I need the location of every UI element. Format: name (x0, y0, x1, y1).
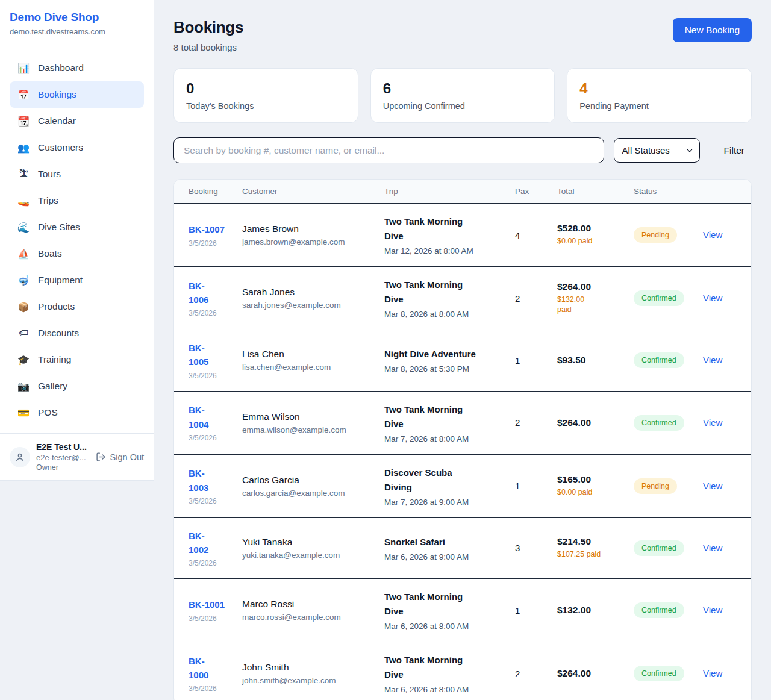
sidebar-item-label: Bookings (38, 89, 76, 100)
sidebar-item-training[interactable]: 🎓 Training (10, 346, 144, 373)
pax-count: 2 (515, 417, 557, 428)
total-amount: $264.00 (557, 281, 628, 292)
booking-number-link[interactable]: BK-1003 (189, 466, 208, 495)
customer-email: sarah.jones@example.com (242, 301, 378, 310)
view-link[interactable]: View (703, 355, 722, 365)
user-icon (14, 452, 25, 463)
paid-amount: $0.00 paid (557, 487, 605, 498)
customer-email: lisa.chen@example.com (242, 363, 378, 372)
boats-icon: ⛵ (17, 248, 30, 260)
sidebar-item-label: Dive Sites (38, 222, 80, 233)
stat-value: 6 (383, 80, 543, 97)
booking-number-link[interactable]: BK-1007 (189, 222, 225, 236)
status-badge: Confirmed (634, 666, 684, 681)
sidebar-item-gallery[interactable]: 📷 Gallery (10, 373, 144, 399)
status-badge: Confirmed (634, 352, 684, 368)
sidebar-item-customers[interactable]: 👥 Customers (10, 134, 144, 161)
new-booking-button[interactable]: New Booking (673, 18, 752, 42)
trip-title: Two Tank Morning Dive (384, 590, 479, 619)
column-header-trip: Trip (384, 187, 515, 196)
stat-value: 0 (186, 80, 346, 97)
stat-card-todays-bookings: 0 Today's Bookings (173, 68, 358, 123)
sidebar-item-label: Tours (38, 169, 61, 180)
view-link[interactable]: View (703, 481, 722, 491)
sidebar-item-label: Equipment (38, 275, 83, 286)
sidebar-item-dashboard[interactable]: 📊 Dashboard (10, 55, 144, 81)
sidebar-item-equipment[interactable]: 🤿 Equipment (10, 267, 144, 293)
sidebar-item-label: Boats (38, 248, 62, 259)
sidebar-item-boats[interactable]: ⛵ Boats (10, 240, 144, 267)
column-header-booking: Booking (174, 187, 242, 196)
sidebar-item-label: Trips (38, 195, 58, 206)
paid-amount: $132.00paid (557, 295, 605, 316)
shop-header: Demo Dive Shop demo.test.divestreams.com (0, 0, 154, 46)
view-link[interactable]: View (703, 605, 722, 615)
view-link[interactable]: View (703, 417, 722, 428)
sidebar-item-bookings[interactable]: 📅 Bookings (10, 81, 144, 108)
table-row: BK-1004 3/5/2026 Emma Wilson emma.wilson… (174, 392, 751, 455)
user-name: E2E Test U... (36, 442, 90, 452)
sidebar-item-label: POS (38, 407, 58, 418)
trip-datetime: Mar 12, 2026 at 8:00 AM (384, 246, 509, 255)
filter-row: All Statuses Filter (173, 137, 752, 163)
user-footer: E2E Test U... e2e-tester@... Owner Sign … (0, 433, 154, 480)
sidebar-item-calendar[interactable]: 📆 Calendar (10, 108, 144, 134)
booking-number-link[interactable]: BK-1006 (189, 279, 208, 307)
booking-number-link[interactable]: BK-1000 (189, 654, 208, 683)
pax-count: 2 (515, 293, 557, 304)
sidebar-item-label: Calendar (38, 116, 76, 127)
status-select[interactable]: All Statuses (614, 139, 699, 162)
customer-name: Carlos Garcia (242, 475, 378, 486)
tours-icon: 🏝 (17, 169, 30, 180)
products-icon: 📦 (17, 301, 30, 313)
stat-label: Pending Payment (579, 101, 739, 111)
filter-button[interactable]: Filter (717, 140, 752, 161)
customer-email: emma.wilson@example.com (242, 425, 378, 434)
trip-datetime: Mar 7, 2026 at 8:00 AM (384, 434, 509, 443)
trip-datetime: Mar 6, 2026 at 9:00 AM (384, 552, 509, 561)
booking-number-link[interactable]: BK-1001 (189, 598, 225, 611)
paid-amount: $0.00 paid (557, 236, 605, 247)
gallery-icon: 📷 (17, 381, 30, 392)
view-link[interactable]: View (703, 293, 722, 303)
sign-out-icon (96, 452, 106, 462)
page-title: Bookings (173, 18, 243, 37)
sidebar-item-tours[interactable]: 🏝 Tours (10, 161, 144, 187)
view-link[interactable]: View (703, 668, 722, 678)
sidebar-item-pos[interactable]: 💳 POS (10, 399, 144, 426)
sidebar-item-label: Training (38, 354, 71, 365)
search-input[interactable] (173, 137, 604, 163)
sidebar-item-products[interactable]: 📦 Products (10, 293, 144, 320)
view-link[interactable]: View (703, 230, 722, 240)
stat-label: Today's Bookings (186, 101, 346, 111)
trip-datetime: Mar 7, 2026 at 9:00 AM (384, 498, 509, 507)
booking-date: 3/5/2026 (189, 309, 236, 317)
status-badge: Pending (634, 478, 677, 494)
sidebar-item-dive-sites[interactable]: 🌊 Dive Sites (10, 214, 144, 240)
sidebar-item-trips[interactable]: 🚤 Trips (10, 187, 144, 214)
trip-datetime: Mar 6, 2026 at 8:00 AM (384, 685, 509, 694)
sidebar-nav: 📊 Dashboard 📅 Bookings 📆 Calendar 👥 Cust… (0, 46, 154, 433)
sidebar-item-label: Discounts (38, 328, 79, 339)
customer-name: Lisa Chen (242, 349, 378, 360)
total-amount: $264.00 (557, 417, 628, 428)
sign-out-button[interactable]: Sign Out (96, 452, 144, 462)
status-badge: Pending (634, 227, 677, 243)
customers-icon: 👥 (17, 142, 30, 154)
booking-date: 3/5/2026 (189, 239, 236, 248)
booking-number-link[interactable]: BK-1005 (189, 341, 208, 369)
page-title-block: Bookings 8 total bookings (173, 18, 243, 52)
paid-amount: $107.25 paid (557, 549, 605, 560)
discounts-icon: 🏷 (17, 328, 30, 339)
bookings-count: 8 total bookings (173, 42, 243, 52)
booking-number-link[interactable]: BK-1004 (189, 403, 208, 431)
trip-datetime: Mar 6, 2026 at 8:00 AM (384, 622, 509, 631)
booking-number-link[interactable]: BK-1002 (189, 529, 208, 557)
sidebar-item-discounts[interactable]: 🏷 Discounts (10, 320, 144, 346)
stat-card-upcoming-confirmed: 6 Upcoming Confirmed (370, 68, 555, 123)
pos-icon: 💳 (17, 407, 30, 419)
dive-sites-icon: 🌊 (17, 222, 30, 233)
pax-count: 3 (515, 543, 557, 553)
view-link[interactable]: View (703, 543, 722, 553)
sidebar: Demo Dive Shop demo.test.divestreams.com… (0, 0, 154, 481)
